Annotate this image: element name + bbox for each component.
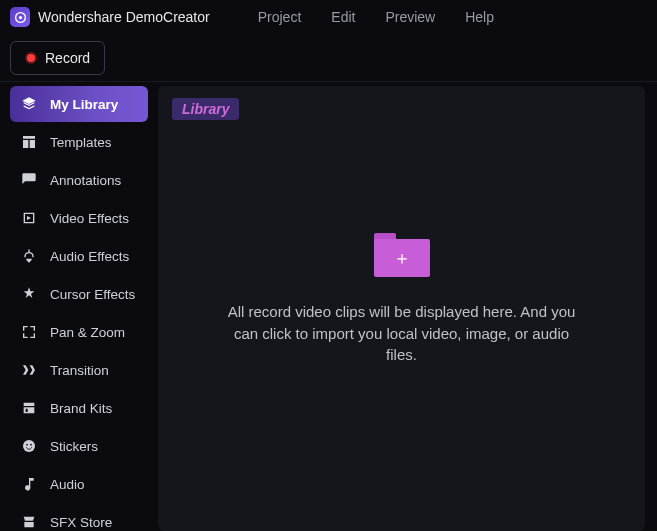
content-panel: Library ＋ All record video clips will be… <box>158 86 645 531</box>
sidebar-item-video-effects[interactable]: Video Effects <box>10 200 148 236</box>
sidebar-item-label: Annotations <box>50 173 121 188</box>
brand-kits-icon <box>20 399 38 417</box>
library-badge: Library <box>172 98 239 120</box>
sidebar-item-label: SFX Store <box>50 515 112 530</box>
sidebar-item-label: Brand Kits <box>50 401 112 416</box>
logo-icon <box>14 11 27 24</box>
record-icon <box>25 52 37 64</box>
sidebar: My Library Templates Annotations Video E… <box>0 82 156 531</box>
pan-zoom-icon <box>20 323 38 341</box>
sidebar-item-label: Video Effects <box>50 211 129 226</box>
sidebar-item-label: Audio Effects <box>50 249 129 264</box>
svg-point-2 <box>23 440 35 452</box>
plus-icon: ＋ <box>393 246 411 270</box>
layers-icon <box>20 95 38 113</box>
cursor-effects-icon <box>20 285 38 303</box>
app-title: Wondershare DemoCreator <box>38 9 210 25</box>
menu-project[interactable]: Project <box>258 9 302 25</box>
sidebar-item-brand-kits[interactable]: Brand Kits <box>10 390 148 426</box>
sidebar-item-annotations[interactable]: Annotations <box>10 162 148 198</box>
record-label: Record <box>45 50 90 66</box>
audio-icon <box>20 475 38 493</box>
video-effects-icon <box>20 209 38 227</box>
stickers-icon <box>20 437 38 455</box>
transition-icon <box>20 361 38 379</box>
sidebar-item-my-library[interactable]: My Library <box>10 86 148 122</box>
sidebar-item-label: Pan & Zoom <box>50 325 125 340</box>
workspace: My Library Templates Annotations Video E… <box>0 82 657 531</box>
sidebar-item-stickers[interactable]: Stickers <box>10 428 148 464</box>
main-menu: Project Edit Preview Help <box>258 9 494 25</box>
svg-point-1 <box>18 15 21 18</box>
sidebar-item-label: Transition <box>50 363 109 378</box>
svg-point-3 <box>26 444 28 446</box>
toolbar: Record <box>0 34 657 82</box>
audio-effects-icon <box>20 247 38 265</box>
sfx-store-icon <box>20 513 38 531</box>
sidebar-item-sfx-store[interactable]: SFX Store <box>10 504 148 531</box>
sidebar-item-label: Audio <box>50 477 85 492</box>
titlebar: Wondershare DemoCreator Project Edit Pre… <box>0 0 657 34</box>
empty-state-text: All record video clips will be displayed… <box>222 301 582 366</box>
menu-help[interactable]: Help <box>465 9 494 25</box>
library-empty-state[interactable]: ＋ All record video clips will be display… <box>172 120 631 519</box>
sidebar-item-label: Templates <box>50 135 112 150</box>
sidebar-item-cursor-effects[interactable]: Cursor Effects <box>10 276 148 312</box>
menu-preview[interactable]: Preview <box>385 9 435 25</box>
menu-edit[interactable]: Edit <box>331 9 355 25</box>
sidebar-item-audio[interactable]: Audio <box>10 466 148 502</box>
sidebar-item-label: My Library <box>50 97 118 112</box>
sidebar-item-label: Cursor Effects <box>50 287 135 302</box>
templates-icon <box>20 133 38 151</box>
annotations-icon <box>20 171 38 189</box>
record-button[interactable]: Record <box>10 41 105 75</box>
import-folder-icon: ＋ <box>374 233 430 277</box>
app-logo <box>10 7 30 27</box>
sidebar-item-label: Stickers <box>50 439 98 454</box>
sidebar-item-transition[interactable]: Transition <box>10 352 148 388</box>
sidebar-item-pan-zoom[interactable]: Pan & Zoom <box>10 314 148 350</box>
svg-point-4 <box>30 444 32 446</box>
sidebar-item-audio-effects[interactable]: Audio Effects <box>10 238 148 274</box>
sidebar-item-templates[interactable]: Templates <box>10 124 148 160</box>
